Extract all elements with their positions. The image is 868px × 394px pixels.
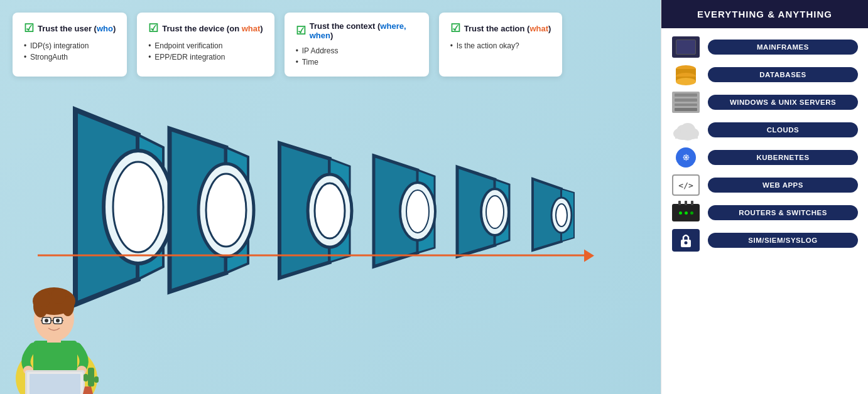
cards-row: ☑ Trust the user (who) IDP(s) integratio… xyxy=(13,13,648,77)
arrow-line xyxy=(38,254,585,256)
left-area: ☑ Trust the user (who) IDP(s) integratio… xyxy=(0,0,661,394)
checkmark-icon-user: ☑ xyxy=(24,21,34,35)
sidebar-item-kubernetes[interactable]: ⎈ KUBERNETES xyxy=(671,146,858,169)
mainframes-label[interactable]: MAINFRAMES xyxy=(708,40,858,55)
clouds-label[interactable]: CLOUDS xyxy=(708,122,858,137)
highlight-what-device: what xyxy=(242,24,261,33)
highlight-what-action: what xyxy=(529,24,548,33)
database-icon xyxy=(671,63,700,86)
sidebar-item-routers[interactable]: ROUTERS & SWITCHES xyxy=(671,201,858,224)
svg-text:⎈: ⎈ xyxy=(683,151,690,163)
sidebar-header: EVERYTHING & ANYTHING xyxy=(661,0,868,28)
bullet-idp: IDP(s) integration xyxy=(24,40,116,51)
svg-point-15 xyxy=(406,190,429,233)
routers-label[interactable]: ROUTERS & SWITCHES xyxy=(708,205,858,220)
svg-point-23 xyxy=(556,204,567,226)
tunnel-5 xyxy=(457,167,509,257)
bullet-ip: IP Address xyxy=(296,45,418,56)
right-sidebar: EVERYTHING & ANYTHING MAINFRAMES xyxy=(661,0,868,394)
router-icon xyxy=(671,201,700,224)
checkmark-icon-context: ☑ xyxy=(296,24,306,38)
character-svg xyxy=(9,262,110,394)
card-title-user: ☑ Trust the user (who) xyxy=(24,21,116,35)
checkmark-icon-device: ☑ xyxy=(148,21,158,35)
svg-rect-46 xyxy=(84,374,88,381)
bullet-time: Time xyxy=(296,56,418,68)
card-bullets-user: IDP(s) integration StrongAuth xyxy=(24,40,116,63)
tunnel-3 xyxy=(279,143,352,278)
card-trust-device: ☑ Trust the device (on what) Endpoint ve… xyxy=(137,13,274,77)
sidebar-item-web-apps[interactable]: </> WEB APPS xyxy=(671,174,858,196)
siem-icon xyxy=(671,229,700,252)
bullet-endpoint: Endpoint verification xyxy=(148,40,263,51)
tunnel-2 xyxy=(170,129,254,292)
highlight-where-when: where, when xyxy=(310,21,406,40)
character xyxy=(9,262,110,394)
siem-label[interactable]: SIM/SIEM/SYSLOG xyxy=(708,233,858,248)
windows-unix-label[interactable]: WINDOWS & UNIX SERVERS xyxy=(708,95,858,110)
cloud-icon xyxy=(671,119,700,141)
card-trust-user: ☑ Trust the user (who) IDP(s) integratio… xyxy=(13,13,127,77)
bullet-action-ok: Is the action okay? xyxy=(450,40,551,51)
svg-point-19 xyxy=(486,196,504,228)
card-trust-action: ☑ Trust the action (what) Is the action … xyxy=(439,13,563,77)
svg-rect-58 xyxy=(675,134,698,139)
svg-point-3 xyxy=(113,162,163,252)
svg-point-62 xyxy=(685,242,688,245)
card-title-text-action: Trust the action (what) xyxy=(464,24,551,33)
sidebar-item-windows-unix[interactable]: WINDOWS & UNIX SERVERS xyxy=(671,91,858,114)
svg-point-36 xyxy=(56,319,60,322)
card-title-context: ☑ Trust the context (where, when) xyxy=(296,21,418,40)
card-trust-context: ☑ Trust the context (where, when) IP Add… xyxy=(285,13,429,77)
tunnels-svg xyxy=(38,97,616,317)
card-bullets-action: Is the action okay? xyxy=(450,40,551,51)
bullet-epp: EPP/EDR integration xyxy=(148,51,263,63)
svg-point-7 xyxy=(206,174,246,247)
web-apps-label[interactable]: WEB APPS xyxy=(708,178,858,193)
web-apps-icon: </> xyxy=(671,174,700,196)
kubernetes-label[interactable]: KUBERNETES xyxy=(708,150,858,165)
svg-point-52 xyxy=(676,78,696,85)
card-bullets-device: Endpoint verification EPP/EDR integratio… xyxy=(148,40,263,63)
tunnel-4 xyxy=(374,156,435,267)
sidebar-item-clouds[interactable]: CLOUDS xyxy=(671,119,858,141)
svg-point-31 xyxy=(38,290,50,307)
tunnel-visualization xyxy=(19,116,648,394)
card-title-text-device: Trust the device (on what) xyxy=(162,24,263,33)
server-icon xyxy=(671,91,700,114)
arrow-container xyxy=(38,254,585,256)
svg-rect-47 xyxy=(94,376,99,383)
card-title-action: ☑ Trust the action (what) xyxy=(450,21,551,35)
svg-point-35 xyxy=(45,319,48,322)
card-title-device: ☑ Trust the device (on what) xyxy=(148,21,263,35)
svg-point-11 xyxy=(315,183,345,238)
main-container: ☑ Trust the user (who) IDP(s) integratio… xyxy=(0,0,868,394)
checkmark-icon-action: ☑ xyxy=(450,21,460,35)
svg-rect-44 xyxy=(30,374,80,394)
sidebar-item-siem[interactable]: SIM/SIEM/SYSLOG xyxy=(671,229,858,252)
tunnel-6 xyxy=(533,179,574,250)
kubernetes-icon: ⎈ xyxy=(671,146,700,169)
databases-label[interactable]: DATABASES xyxy=(708,67,858,82)
highlight-who: who xyxy=(97,24,113,33)
mainframe-icon xyxy=(671,36,700,58)
sidebar-item-mainframes[interactable]: MAINFRAMES xyxy=(671,36,858,58)
svg-rect-25 xyxy=(33,341,77,375)
sidebar-item-databases[interactable]: DATABASES xyxy=(671,63,858,86)
card-title-text-user: Trust the user (who) xyxy=(38,24,116,33)
bullet-strongauth: StrongAuth xyxy=(24,51,116,63)
svg-point-32 xyxy=(51,289,66,304)
arrow-head xyxy=(584,249,594,262)
card-bullets-context: IP Address Time xyxy=(296,45,418,68)
svg-rect-45 xyxy=(88,368,94,386)
card-title-text-context: Trust the context (where, when) xyxy=(310,21,418,40)
sidebar-items: MAINFRAMES DATABASES xyxy=(661,28,868,394)
